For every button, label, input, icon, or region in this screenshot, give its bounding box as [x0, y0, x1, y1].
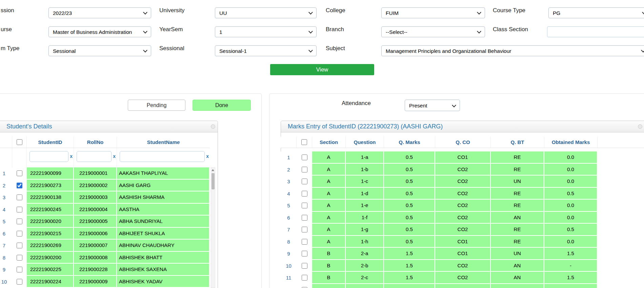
student-checkbox[interactable] [17, 207, 22, 212]
college-label: College [326, 7, 345, 14]
branch-select[interactable]: --Select-- [381, 26, 485, 37]
qmarks-cell: 0.5 [384, 236, 435, 248]
exam-type-select[interactable]: Sessional [48, 45, 151, 56]
marks-row-checkbox[interactable] [302, 215, 307, 221]
checkbox-cell [297, 260, 312, 272]
student-checkbox[interactable] [17, 183, 22, 188]
row-number: 6 [0, 228, 12, 240]
column-header-qbt[interactable]: Q. BT [491, 137, 544, 148]
yearsem-label: YearSem [159, 26, 183, 33]
column-header-question[interactable]: Question [346, 137, 384, 148]
student-checkbox[interactable] [17, 170, 22, 176]
student-name-cell: ABHINAV CHAUDHARY [117, 240, 210, 252]
sessional-select[interactable]: Sessional-1 [215, 45, 317, 56]
attendance-select-wrap: Present [405, 100, 460, 111]
marks-row-checkbox[interactable] [302, 227, 307, 232]
qbt-cell: AN [491, 260, 544, 272]
course-type-select[interactable]: PG [548, 7, 644, 18]
checkbox-cell [297, 224, 312, 236]
row-number: 8 [0, 252, 12, 264]
collapse-icon[interactable] [638, 124, 642, 129]
checkbox-cell [297, 176, 312, 188]
student-row: 2222219002732219000002AASHI GARG [0, 180, 210, 192]
view-button[interactable]: View [270, 64, 374, 75]
subject-select[interactable]: Management Principles and Organizational… [381, 45, 644, 56]
student-roll-cell: 2219000002 [74, 180, 117, 192]
course-select[interactable]: Master of Business Administration [48, 26, 151, 37]
checkbox-cell [297, 248, 312, 260]
qmarks-cell: 0.5 [384, 176, 435, 188]
row-number: 10 [0, 276, 12, 288]
checkbox-cell [297, 284, 312, 288]
students-scrollbar[interactable] [211, 167, 215, 288]
session-select[interactable]: 2022/23 [48, 7, 151, 18]
qco-cell: CO1 [435, 236, 491, 248]
subject-label: Subject [326, 45, 345, 52]
clear-rollno-filter[interactable]: x [113, 153, 116, 159]
marks-row-checkbox[interactable] [302, 155, 307, 160]
marks-row-checkbox[interactable] [302, 263, 307, 269]
row-number: 3 [281, 176, 297, 188]
attendance-select[interactable]: Present [405, 100, 460, 111]
done-button[interactable]: Done [193, 100, 251, 111]
collapse-icon[interactable] [211, 124, 215, 129]
checkbox-cell [12, 180, 27, 192]
marks-row-checkbox[interactable] [302, 251, 307, 256]
marks-row-checkbox[interactable] [302, 179, 307, 184]
student-checkbox[interactable] [17, 279, 22, 285]
student-checkbox[interactable] [17, 267, 22, 272]
yearsem-select[interactable]: 1 [215, 26, 317, 37]
marks-row-checkbox[interactable] [302, 191, 307, 197]
student-checkbox[interactable] [17, 194, 22, 200]
student-name-cell: AASHISH SHARMA [117, 191, 210, 204]
column-header-rollno[interactable]: RollNo [74, 137, 117, 148]
clear-studentid-filter[interactable]: x [70, 153, 73, 159]
university-select[interactable]: UU [215, 7, 317, 18]
qmarks-cell: 0.5 [384, 200, 435, 212]
marks-row-checkbox[interactable] [302, 275, 307, 281]
question-cell [346, 284, 384, 288]
student-checkbox[interactable] [17, 255, 22, 261]
filter-studentname-cell: x [117, 148, 210, 167]
pending-button[interactable]: Pending [128, 100, 185, 111]
studentname-filter-input[interactable] [120, 151, 205, 162]
obtained-marks-cell: 0.0 [544, 200, 598, 212]
column-header-qco[interactable]: Q. CO [435, 137, 491, 148]
select-all-students-checkbox[interactable] [17, 139, 22, 145]
branch-select-wrap: --Select-- [381, 26, 485, 37]
student-row: 7222219002692219000007ABHINAV CHAUDHARY [0, 240, 210, 252]
student-roll-cell: 2219000004 [74, 204, 117, 216]
college-select[interactable]: FUIM [381, 7, 485, 18]
student-checkbox[interactable] [17, 231, 22, 236]
scroll-up-icon[interactable] [212, 169, 214, 171]
student-id-cell: 22221900020 [27, 215, 74, 228]
attendance-label: Attendance [342, 100, 371, 107]
column-header-qmarks[interactable]: Q. Marks [384, 137, 435, 148]
checkbox-cell [12, 252, 27, 264]
marks-row: 1A1-a0.5CO1RE0.0 [281, 151, 598, 164]
scrollbar-thumb[interactable] [212, 173, 215, 189]
select-all-marks-checkbox[interactable] [301, 139, 307, 145]
rollno-filter-input[interactable] [77, 151, 112, 162]
column-header-studentname[interactable]: StudentName [117, 137, 210, 148]
marks-row [281, 284, 598, 288]
student-id-cell: 22221900099 [27, 167, 74, 180]
column-header-studentid[interactable]: StudentID [27, 137, 74, 148]
studentid-filter-input[interactable] [29, 151, 68, 162]
column-header-section[interactable]: Section [312, 137, 346, 148]
student-checkbox[interactable] [17, 243, 22, 248]
marks-row-checkbox[interactable] [302, 239, 307, 245]
checkbox-cell [12, 204, 27, 216]
section-cell: A [312, 188, 346, 200]
filter-rownum-cell [0, 148, 12, 167]
student-id-cell: 22221900224 [27, 276, 74, 288]
student-checkbox[interactable] [17, 219, 22, 224]
class-section-input[interactable] [547, 26, 644, 37]
yearsem-select-wrap: 1 [215, 26, 317, 37]
clear-studentname-filter[interactable]: x [206, 153, 209, 159]
marks-row-checkbox[interactable] [302, 203, 307, 208]
filter-checkbox-cell [12, 148, 27, 167]
marks-row-checkbox[interactable] [302, 167, 307, 172]
student-id-cell: 22221900273 [27, 180, 74, 192]
column-header-obtained[interactable]: Obtained Marks [544, 137, 598, 148]
